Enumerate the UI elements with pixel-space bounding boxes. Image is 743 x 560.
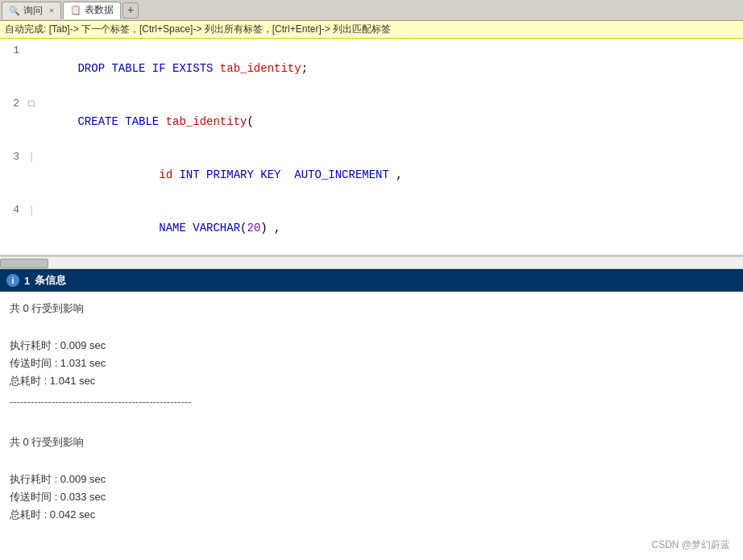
result-blank-2: [10, 453, 733, 471]
editor-area[interactable]: 1 DROP TABLE IF EXISTS tab_identity; 2 □…: [0, 39, 743, 256]
line-content-3: id INT PRIMARY KEY AUTO_INCREMENT ,: [37, 148, 743, 201]
result-total-1: 总耗时 : 1.041 sec: [10, 372, 733, 390]
result-transfer-2: 传送时间 : 0.033 sec: [10, 488, 733, 506]
watermark-text: CSDN @梦幻蔚蓝: [651, 539, 730, 550]
result-transfer-1: 传送时间 : 1.031 sec: [10, 355, 733, 372]
affected-rows-1: 共 0 行受到影响: [10, 302, 84, 314]
line-num-2: 2: [0, 95, 26, 113]
info-panel-header: i 1 条信息: [0, 269, 743, 292]
hint-bar: 自动完成: [Tab]-> 下一个标签，[Ctrl+Space]-> 列出所有标…: [0, 21, 743, 39]
total-label-2: 总耗时: [10, 508, 41, 521]
tabledata-icon: 📋: [70, 5, 81, 15]
result-blank-1: [10, 319, 733, 337]
query-icon: 🔍: [9, 6, 20, 16]
tab-query-close[interactable]: ✕: [49, 6, 54, 15]
line-marker-4: │: [26, 201, 37, 219]
transfer-value-1: : 1.031 sec: [55, 357, 106, 369]
tab-add-button[interactable]: +: [122, 2, 139, 19]
result-blank-2a: [10, 414, 733, 432]
line-marker-3: │: [26, 148, 37, 166]
exec-value-1: : 0.009 sec: [55, 339, 106, 351]
line-num-3: 3: [0, 148, 26, 166]
result-area: 共 0 行受到影响 执行耗时 : 0.009 sec 传送时间 : 1.031 …: [0, 292, 743, 560]
total-value-1: : 1.041 sec: [44, 375, 96, 387]
affected-rows-2: 共 0 行受到影响: [10, 436, 84, 448]
result-affected-2: 共 0 行受到影响: [10, 433, 733, 451]
transfer-value-2: : 0.033 sec: [55, 491, 106, 503]
transfer-label-1: 传送时间: [10, 357, 52, 369]
code-line-1: 1 DROP TABLE IF EXISTS tab_identity;: [0, 42, 743, 95]
exec-label-1: 执行耗时: [10, 339, 52, 351]
tab-query[interactable]: 🔍 询问 ✕: [2, 2, 61, 19]
line-content-1: DROP TABLE IF EXISTS tab_identity;: [37, 42, 743, 95]
info-icon: i: [6, 274, 19, 287]
total-value-2: : 0.042 sec: [44, 508, 96, 521]
watermark: CSDN @梦幻蔚蓝: [651, 538, 730, 552]
scrollbar-thumb[interactable]: [0, 259, 48, 268]
result-exec-2: 执行耗时 : 0.009 sec: [10, 471, 733, 488]
info-count: 1: [24, 275, 30, 287]
line-content-2: CREATE TABLE tab_identity(: [37, 95, 743, 148]
total-label-1: 总耗时: [10, 375, 41, 387]
exec-label-2: 执行耗时: [10, 473, 52, 485]
result-exec-1: 执行耗时 : 0.009 sec: [10, 337, 733, 355]
result-total-2: 总耗时 : 0.042 sec: [10, 506, 733, 524]
line-num-1: 1: [0, 42, 26, 60]
scrollbar-area[interactable]: [0, 256, 743, 269]
separator-text: ----------------------------------------…: [10, 396, 191, 408]
line-marker-2: □: [26, 95, 37, 113]
info-title-label: 条信息: [35, 273, 66, 288]
tab-bar: 🔍 询问 ✕ 📋 表数据 +: [0, 0, 743, 21]
tab-tabledata-label: 表数据: [85, 3, 114, 17]
line-content-4: NAME VARCHAR(20) ,: [37, 201, 743, 255]
exec-value-2: : 0.009 sec: [55, 473, 106, 485]
tab-tabledata[interactable]: 📋 表数据: [63, 2, 121, 19]
code-line-3: 3 │ id INT PRIMARY KEY AUTO_INCREMENT ,: [0, 148, 743, 201]
tab-query-label: 询问: [23, 4, 43, 18]
tab-add-icon: +: [127, 4, 134, 17]
result-separator: ----------------------------------------…: [10, 393, 733, 411]
line-num-4: 4: [0, 201, 26, 219]
hint-text: 自动完成: [Tab]-> 下一个标签，[Ctrl+Space]-> 列出所有标…: [5, 23, 391, 35]
code-line-4: 4 │ NAME VARCHAR(20) ,: [0, 201, 743, 255]
transfer-label-2: 传送时间: [10, 491, 52, 503]
code-line-2: 2 □ CREATE TABLE tab_identity(: [0, 95, 743, 148]
result-affected-1: 共 0 行受到影响: [10, 300, 733, 317]
